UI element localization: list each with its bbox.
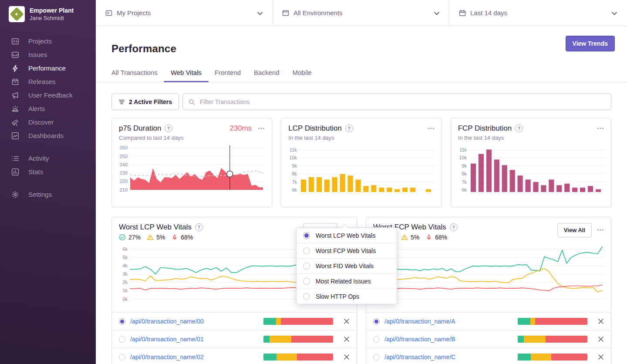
sidebar-item-performance[interactable]: Performance — [0, 61, 96, 75]
flame-icon — [171, 234, 178, 241]
transaction-row[interactable]: /api/0/transaction_name/00 — [112, 312, 357, 330]
transaction-row[interactable]: /api/0/transaction_name/02 — [112, 348, 357, 364]
sidebar-item-stats[interactable]: Stats — [0, 165, 96, 179]
menu-item-worst-fcp[interactable]: Worst FCP Web Vitals — [297, 243, 397, 258]
card-menu-button[interactable] — [597, 125, 604, 132]
card-menu-button[interactable] — [428, 125, 435, 132]
flame-icon — [425, 234, 432, 241]
close-icon[interactable] — [344, 336, 350, 342]
tab-web-vitals[interactable]: Web Vitals — [171, 69, 202, 82]
transaction-radio[interactable] — [373, 336, 380, 343]
close-icon[interactable] — [344, 318, 350, 324]
sidebar-item-label: Projects — [28, 37, 52, 45]
vitals-distribution-bar — [518, 318, 587, 325]
close-icon[interactable] — [344, 354, 350, 360]
transaction-link[interactable]: /api/0/transaction_name/02 — [130, 354, 204, 361]
sidebar-item-settings[interactable]: Settings — [0, 188, 96, 201]
svg-text:6k: 6k — [292, 187, 297, 192]
sidebar-item-activity[interactable]: Activity — [0, 152, 96, 165]
chevron-down-icon — [434, 9, 439, 17]
check-circle-icon — [119, 234, 126, 241]
p75-duration-chart[interactable]: 210220230240250260 — [115, 145, 266, 194]
chevron-down-icon — [612, 9, 617, 17]
transaction-radio[interactable] — [373, 354, 380, 361]
org-name: Empower Plant — [30, 7, 74, 14]
project-selector[interactable]: My Projects — [96, 0, 273, 26]
svg-text:240: 240 — [120, 162, 128, 167]
svg-text:260: 260 — [120, 145, 128, 150]
menu-item-most-related-issues[interactable]: Most Related Issues — [297, 273, 397, 289]
transaction-link[interactable]: /api/0/transaction_name/B — [384, 336, 455, 343]
menu-item-worst-lcp[interactable]: Worst LCP Web Vitals — [297, 228, 397, 243]
active-filters-button[interactable]: 2 Active Filters — [111, 94, 179, 110]
transaction-radio[interactable] — [119, 318, 125, 325]
sidebar-item-issues[interactable]: Issues — [0, 48, 96, 61]
sidebar-item-discover[interactable]: Discover — [0, 115, 96, 129]
date-range-selector[interactable]: Last 14 days — [449, 0, 627, 26]
card-title: Worst LCP Web Vitals — [119, 223, 192, 232]
svg-text:11k: 11k — [290, 147, 297, 152]
environment-selector[interactable]: All Environments — [273, 0, 449, 26]
lcp-distribution-chart[interactable]: 6k7k8k9k10k11k — [285, 145, 436, 194]
menu-radio — [303, 278, 310, 285]
sidebar-item-label: Performance — [28, 64, 66, 72]
transaction-row[interactable]: /api/0/transaction_name/A — [366, 312, 611, 330]
org-logo-icon — [9, 6, 25, 22]
tab-backend[interactable]: Backend — [254, 69, 279, 82]
transaction-link[interactable]: /api/0/transaction_name/01 — [130, 336, 204, 343]
help-icon[interactable]: ? — [195, 223, 203, 231]
transaction-radio[interactable] — [373, 318, 380, 325]
close-icon[interactable] — [598, 318, 604, 324]
sidebar-item-user-feedback[interactable]: User Feedback — [0, 88, 96, 102]
sidebar-item-alerts[interactable]: Alerts — [0, 102, 96, 115]
meh-stat: 5% — [147, 234, 165, 241]
sidebar-item-dashboards[interactable]: Dashboards — [0, 129, 96, 142]
transaction-row[interactable]: /api/0/transaction_name/01 — [112, 330, 357, 348]
releases-icon — [11, 78, 19, 86]
close-icon[interactable] — [598, 336, 604, 342]
environment-selector-label: All Environments — [293, 9, 343, 17]
transaction-radio[interactable] — [119, 354, 125, 361]
transaction-link[interactable]: /api/0/transaction_name/A — [384, 318, 455, 325]
help-icon[interactable]: ? — [345, 125, 353, 132]
tab-mobile[interactable]: Mobile — [292, 69, 311, 82]
sidebar-item-projects[interactable]: Projects — [0, 34, 96, 48]
transaction-row[interactable]: /api/0/transaction_name/C — [366, 348, 611, 364]
card-subtitle: In the last 14 days — [458, 135, 604, 141]
sidebar-item-label: User Feedback — [28, 91, 73, 99]
user-feedback-icon — [11, 91, 19, 99]
close-icon[interactable] — [598, 354, 604, 360]
transaction-row[interactable]: /api/0/transaction_name/B — [366, 330, 611, 348]
help-icon[interactable]: ? — [450, 223, 458, 231]
transaction-radio[interactable] — [119, 336, 125, 343]
menu-radio — [303, 232, 310, 239]
sidebar-item-releases[interactable]: Releases — [0, 75, 96, 88]
transaction-link[interactable]: /api/0/transaction_name/C — [384, 354, 455, 361]
svg-text:3k: 3k — [122, 271, 128, 276]
card-context-menu: Worst LCP Web Vitals Worst FCP Web Vital… — [296, 227, 397, 304]
worst-fcp-vitals-chart[interactable]: 0k1k2k3k4k5k6k — [370, 242, 606, 307]
org-switcher[interactable]: Empower Plant Jane Schmidt — [0, 0, 96, 22]
activity-icon — [11, 155, 19, 162]
transaction-link[interactable]: /api/0/transaction_name/00 — [130, 318, 204, 325]
user-name: Jane Schmidt — [30, 15, 74, 21]
card-menu-button[interactable] — [258, 125, 265, 132]
card-menu-button[interactable] — [597, 226, 604, 233]
card-title: LCP Distribution — [288, 124, 342, 133]
tab-frontend[interactable]: Frontend — [215, 69, 241, 82]
view-trends-button[interactable]: View Trends — [566, 36, 615, 51]
fcp-distribution-chart[interactable]: 6k7k8k9k10k11k — [455, 145, 606, 194]
active-filters-label: 2 Active Filters — [129, 98, 172, 105]
environment-icon — [282, 10, 289, 17]
view-all-button[interactable]: View All — [557, 223, 592, 237]
tab-all-transactions[interactable]: All Transactions — [111, 69, 158, 82]
stats-icon — [11, 168, 19, 176]
poor-stat: 68% — [425, 234, 447, 241]
menu-item-slow-http-ops[interactable]: Slow HTTP Ops — [297, 289, 397, 304]
transaction-search[interactable] — [182, 94, 611, 110]
menu-item-label: Most Related Issues — [316, 278, 371, 285]
menu-item-worst-fid[interactable]: Worst FID Web Vitals — [297, 258, 397, 273]
help-icon[interactable]: ? — [515, 125, 523, 132]
search-input[interactable] — [199, 98, 605, 106]
help-icon[interactable]: ? — [165, 125, 172, 132]
